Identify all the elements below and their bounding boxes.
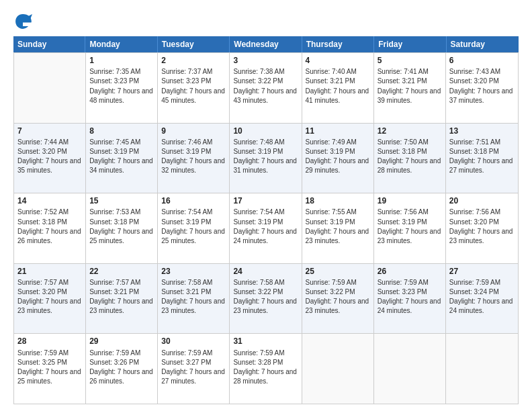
header-day-wednesday: Wednesday [230,36,302,52]
cell-details: Sunrise: 7:35 AM Sunset: 3:23 PM Dayligh… [89,68,153,104]
header-day-tuesday: Tuesday [158,36,230,52]
day-number: 28 [17,336,82,347]
calendar-body: 1Sunrise: 7:35 AM Sunset: 3:23 PM Daylig… [13,52,519,404]
day-number: 1 [89,55,154,66]
day-number: 17 [233,195,298,206]
cell-details: Sunrise: 7:59 AM Sunset: 3:23 PM Dayligh… [378,279,441,315]
calendar-cell: 31Sunrise: 7:59 AM Sunset: 3:28 PM Dayli… [230,334,302,404]
day-number: 7 [17,126,82,136]
day-number: 19 [378,195,442,206]
logo-icon [13,12,32,31]
cell-details: Sunrise: 7:37 AM Sunset: 3:23 PM Dayligh… [161,68,225,104]
calendar-cell: 30Sunrise: 7:59 AM Sunset: 3:27 PM Dayli… [158,334,230,404]
calendar-cell: 6Sunrise: 7:43 AM Sunset: 3:20 PM Daylig… [446,53,518,123]
calendar-cell: 10Sunrise: 7:48 AM Sunset: 3:19 PM Dayli… [230,124,302,193]
day-number: 16 [161,195,226,206]
day-number: 9 [161,126,226,136]
cell-details: Sunrise: 7:49 AM Sunset: 3:19 PM Dayligh… [306,138,369,175]
calendar-row: 21Sunrise: 7:57 AM Sunset: 3:20 PM Dayli… [14,263,518,334]
header-day-sunday: Sunday [13,36,85,52]
cell-details: Sunrise: 7:53 AM Sunset: 3:18 PM Dayligh… [89,208,153,244]
header-day-thursday: Thursday [302,36,374,52]
calendar-cell: 1Sunrise: 7:35 AM Sunset: 3:23 PM Daylig… [86,53,158,123]
calendar-cell: 4Sunrise: 7:40 AM Sunset: 3:21 PM Daylig… [302,53,374,123]
calendar-cell: 28Sunrise: 7:59 AM Sunset: 3:25 PM Dayli… [14,334,86,404]
calendar-row: 14Sunrise: 7:52 AM Sunset: 3:18 PM Dayli… [14,193,518,263]
cell-details: Sunrise: 7:50 AM Sunset: 3:18 PM Dayligh… [378,138,441,175]
calendar-cell: 26Sunrise: 7:59 AM Sunset: 3:23 PM Dayli… [374,264,446,334]
cell-details: Sunrise: 7:59 AM Sunset: 3:24 PM Dayligh… [449,279,513,315]
day-number: 26 [378,266,442,277]
calendar-cell: 17Sunrise: 7:54 AM Sunset: 3:19 PM Dayli… [230,193,302,263]
cell-details: Sunrise: 7:41 AM Sunset: 3:21 PM Dayligh… [378,68,441,104]
header-day-friday: Friday [374,36,446,52]
calendar-row: 7Sunrise: 7:44 AM Sunset: 3:20 PM Daylig… [14,123,518,193]
cell-details: Sunrise: 7:43 AM Sunset: 3:20 PM Dayligh… [449,68,513,104]
day-number: 15 [89,195,154,206]
cell-details: Sunrise: 7:57 AM Sunset: 3:21 PM Dayligh… [89,279,153,315]
calendar-cell: 24Sunrise: 7:58 AM Sunset: 3:22 PM Dayli… [230,264,302,334]
header-day-saturday: Saturday [447,36,519,52]
day-number: 11 [306,126,370,136]
day-number: 29 [89,336,154,347]
page: SundayMondayTuesdayWednesdayThursdayFrid… [0,0,532,411]
calendar-cell: 5Sunrise: 7:41 AM Sunset: 3:21 PM Daylig… [374,53,446,123]
day-number: 22 [89,266,154,277]
day-number: 13 [449,126,515,136]
day-number: 4 [306,55,370,66]
day-number: 27 [449,266,515,277]
calendar-cell: 21Sunrise: 7:57 AM Sunset: 3:20 PM Dayli… [14,264,86,334]
calendar-cell: 15Sunrise: 7:53 AM Sunset: 3:18 PM Dayli… [86,193,158,263]
day-number: 3 [233,55,298,66]
cell-details: Sunrise: 7:56 AM Sunset: 3:19 PM Dayligh… [378,208,441,244]
calendar-cell: 13Sunrise: 7:51 AM Sunset: 3:18 PM Dayli… [446,124,518,193]
day-number: 14 [17,195,82,206]
cell-details: Sunrise: 7:59 AM Sunset: 3:25 PM Dayligh… [17,349,81,385]
day-number: 21 [17,266,82,277]
cell-details: Sunrise: 7:57 AM Sunset: 3:20 PM Dayligh… [17,279,81,315]
calendar-cell: 27Sunrise: 7:59 AM Sunset: 3:24 PM Dayli… [446,264,518,334]
calendar-cell: 11Sunrise: 7:49 AM Sunset: 3:19 PM Dayli… [302,124,374,193]
day-number: 6 [449,55,515,66]
calendar-cell [14,53,86,123]
cell-details: Sunrise: 7:59 AM Sunset: 3:27 PM Dayligh… [161,349,225,385]
day-number: 20 [449,195,515,206]
day-number: 24 [233,266,298,277]
cell-details: Sunrise: 7:58 AM Sunset: 3:21 PM Dayligh… [161,279,225,315]
day-number: 30 [161,336,226,347]
calendar-cell [374,334,446,404]
cell-details: Sunrise: 7:48 AM Sunset: 3:19 PM Dayligh… [233,138,297,175]
cell-details: Sunrise: 7:52 AM Sunset: 3:18 PM Dayligh… [17,208,81,244]
calendar-cell: 7Sunrise: 7:44 AM Sunset: 3:20 PM Daylig… [14,124,86,193]
calendar-cell: 19Sunrise: 7:56 AM Sunset: 3:19 PM Dayli… [374,193,446,263]
logo [13,12,35,31]
calendar-cell: 25Sunrise: 7:59 AM Sunset: 3:22 PM Dayli… [302,264,374,334]
calendar-cell: 8Sunrise: 7:45 AM Sunset: 3:19 PM Daylig… [86,124,158,193]
calendar-cell: 2Sunrise: 7:37 AM Sunset: 3:23 PM Daylig… [158,53,230,123]
calendar-cell: 29Sunrise: 7:59 AM Sunset: 3:26 PM Dayli… [86,334,158,404]
day-number: 10 [233,126,298,136]
calendar-cell: 3Sunrise: 7:38 AM Sunset: 3:22 PM Daylig… [230,53,302,123]
cell-details: Sunrise: 7:59 AM Sunset: 3:26 PM Dayligh… [89,349,153,385]
calendar-header: SundayMondayTuesdayWednesdayThursdayFrid… [13,36,519,52]
day-number: 25 [306,266,370,277]
cell-details: Sunrise: 7:51 AM Sunset: 3:18 PM Dayligh… [449,138,513,175]
calendar-cell: 12Sunrise: 7:50 AM Sunset: 3:18 PM Dayli… [374,124,446,193]
cell-details: Sunrise: 7:44 AM Sunset: 3:20 PM Dayligh… [17,138,81,175]
calendar-row: 1Sunrise: 7:35 AM Sunset: 3:23 PM Daylig… [14,52,518,123]
cell-details: Sunrise: 7:46 AM Sunset: 3:19 PM Dayligh… [161,138,225,175]
cell-details: Sunrise: 7:59 AM Sunset: 3:22 PM Dayligh… [306,279,369,315]
calendar-cell: 23Sunrise: 7:58 AM Sunset: 3:21 PM Dayli… [158,264,230,334]
header [13,12,519,31]
day-number: 8 [89,126,154,136]
cell-details: Sunrise: 7:38 AM Sunset: 3:22 PM Dayligh… [233,68,297,104]
calendar-cell [446,334,518,404]
cell-details: Sunrise: 7:54 AM Sunset: 3:19 PM Dayligh… [233,208,297,244]
calendar-cell: 22Sunrise: 7:57 AM Sunset: 3:21 PM Dayli… [86,264,158,334]
calendar-row: 28Sunrise: 7:59 AM Sunset: 3:25 PM Dayli… [14,333,518,404]
cell-details: Sunrise: 7:55 AM Sunset: 3:19 PM Dayligh… [306,208,369,244]
calendar-cell: 9Sunrise: 7:46 AM Sunset: 3:19 PM Daylig… [158,124,230,193]
cell-details: Sunrise: 7:56 AM Sunset: 3:20 PM Dayligh… [449,208,513,244]
calendar: SundayMondayTuesdayWednesdayThursdayFrid… [13,36,519,404]
cell-details: Sunrise: 7:58 AM Sunset: 3:22 PM Dayligh… [233,279,297,315]
